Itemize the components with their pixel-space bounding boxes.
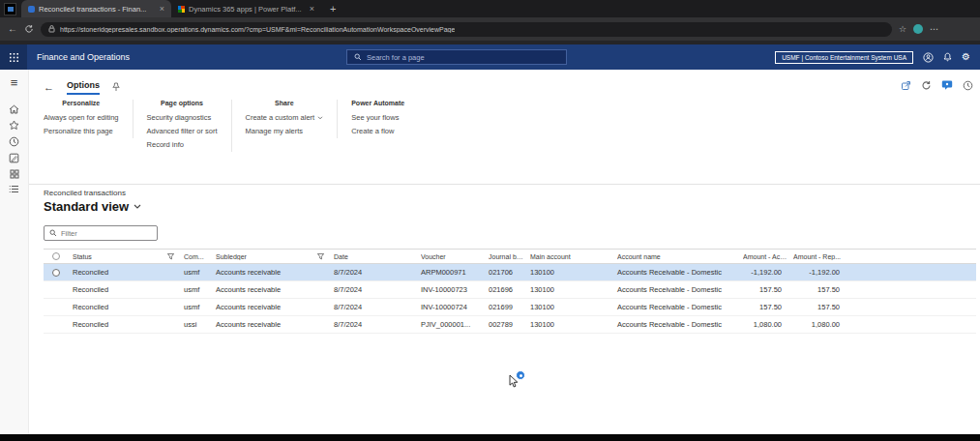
notifications-bell-icon[interactable] [943, 52, 952, 62]
command-record-info[interactable]: Record info [147, 138, 218, 152]
cell-voucher[interactable]: INV-10000723 [416, 285, 484, 294]
cell-status[interactable]: Reconciled [68, 320, 179, 329]
cell-amount-accounting[interactable]: 157.50 [738, 285, 788, 294]
cell-amount-reporting[interactable]: -1,192.00 [788, 268, 846, 277]
cell-journal-batch[interactable]: 002789 [484, 320, 525, 329]
history-clock-icon[interactable] [963, 80, 973, 91]
cell-status[interactable]: Reconciled [68, 303, 179, 311]
table-row[interactable]: Reconciled usmf Accounts receivable 8/7/… [44, 281, 976, 299]
back-icon[interactable]: ← [8, 24, 17, 34]
cell-company[interactable]: ussi [179, 320, 211, 329]
column-header-amount-reporting[interactable]: Amount - Rep... [788, 253, 846, 260]
page-back-icon[interactable]: ← [44, 82, 54, 93]
refresh-icon[interactable] [24, 24, 34, 34]
filter-input[interactable] [61, 229, 155, 238]
cell-amount-accounting[interactable]: 157.50 [738, 303, 788, 311]
cell-voucher[interactable]: PJIV_000001... [416, 320, 484, 329]
edit-workspace-icon[interactable] [9, 153, 19, 163]
search-input[interactable] [367, 53, 559, 62]
command-personalize-this-page[interactable]: Personalize this page [44, 125, 119, 138]
column-header-journal-batch[interactable]: Journal batch ... [484, 253, 525, 260]
filter-funnel-icon[interactable] [167, 253, 174, 260]
copilot-chat-icon[interactable] [941, 79, 953, 91]
cell-company[interactable]: usmf [179, 303, 211, 311]
cell-account-name[interactable]: Accounts Receivable - Domestic [612, 303, 738, 311]
close-tab-icon[interactable]: × [160, 4, 164, 14]
column-header-main-account[interactable]: Main account [525, 253, 612, 260]
column-header-date[interactable]: Date [329, 253, 416, 260]
cell-journal-batch[interactable]: 021696 [484, 285, 525, 294]
cell-company[interactable]: usmf [179, 268, 211, 277]
cell-subledger[interactable]: Accounts receivable [211, 320, 329, 329]
browser-tab-dynamics-apps[interactable]: Dynamics 365 apps | Power Platf... × [171, 0, 321, 17]
command-advanced-filter-or-sort[interactable]: Advanced filter or sort [147, 125, 218, 138]
cell-company[interactable]: usmf [179, 285, 211, 294]
cell-amount-reporting[interactable]: 1,080.00 [788, 320, 846, 329]
workspaces-grid-icon[interactable] [10, 169, 19, 179]
favorites-star-icon[interactable]: ☆ [899, 25, 906, 34]
cell-date[interactable]: 8/7/2024 [329, 320, 416, 329]
cell-date[interactable]: 8/7/2024 [329, 303, 416, 311]
cell-account-name[interactable]: Accounts Receivable - Domestic [612, 268, 738, 277]
browser-tab-reconciled-transactions[interactable]: Reconciled transactions - Finan... × [21, 0, 171, 17]
modules-list-icon[interactable] [9, 185, 19, 193]
column-header-subledger[interactable]: Subledger [211, 253, 329, 260]
row-select-radio[interactable] [44, 269, 68, 277]
cell-main-account[interactable]: 130100 [525, 320, 612, 329]
cell-main-account[interactable]: 130100 [525, 268, 612, 277]
grid-filter-box[interactable] [44, 225, 158, 241]
cell-journal-batch[interactable]: 021706 [484, 268, 525, 277]
cell-date[interactable]: 8/7/2024 [329, 285, 416, 294]
cell-amount-reporting[interactable]: 157.50 [788, 303, 846, 311]
cell-subledger[interactable]: Accounts receivable [211, 268, 329, 277]
favorites-star-icon[interactable] [9, 120, 19, 131]
column-header-status[interactable]: Status [68, 253, 179, 260]
cell-subledger[interactable]: Accounts receivable [211, 285, 329, 294]
page-search-box[interactable] [346, 49, 567, 65]
command-create-a-flow[interactable]: Create a flow [351, 125, 404, 138]
cell-status[interactable]: Reconciled [68, 285, 179, 294]
home-icon[interactable] [9, 104, 19, 114]
command-create-a-custom-alert[interactable]: Create a custom alert [246, 111, 324, 125]
column-header-account-name[interactable]: Account name [612, 253, 738, 260]
profile-avatar[interactable] [913, 24, 923, 34]
command-see-your-flows[interactable]: See your flows [351, 111, 404, 125]
open-in-new-icon[interactable] [901, 80, 911, 91]
table-row[interactable]: Reconciled usmf Accounts receivable 8/7/… [44, 264, 976, 281]
cell-voucher[interactable]: ARPM000971 [416, 268, 484, 277]
column-header-amount-accounting[interactable]: Amount - Acco... [738, 253, 788, 260]
tab-options[interactable]: Options [67, 80, 100, 95]
hamburger-menu-icon[interactable]: ≡ [11, 76, 18, 89]
filter-funnel-icon[interactable] [317, 253, 324, 260]
app-launcher-waffle-icon[interactable] [0, 44, 27, 70]
cell-journal-batch[interactable]: 021699 [484, 303, 525, 311]
url-bar[interactable]: https://stoneridgepresales.sandbox.opera… [41, 22, 892, 37]
column-header-company[interactable]: Com... [179, 253, 211, 260]
select-all-checkbox[interactable] [44, 252, 68, 260]
new-tab-button[interactable]: + [330, 3, 336, 15]
cell-amount-reporting[interactable]: 157.50 [788, 285, 846, 294]
environment-company-button[interactable]: USMF | Contoso Entertainment System USA [775, 51, 913, 64]
refresh-icon[interactable] [921, 80, 932, 91]
cell-voucher[interactable]: INV-10000724 [416, 303, 484, 311]
account-person-icon[interactable] [923, 52, 934, 63]
command-security-diagnostics[interactable]: Security diagnostics [147, 111, 218, 125]
cell-date[interactable]: 8/7/2024 [329, 268, 416, 277]
view-title[interactable]: Standard view [44, 199, 141, 214]
table-row[interactable]: Reconciled usmf Accounts receivable 8/7/… [44, 299, 976, 316]
pin-action-pane-icon[interactable] [112, 82, 120, 92]
cell-status[interactable]: Reconciled [68, 268, 179, 277]
cell-main-account[interactable]: 130100 [525, 303, 612, 311]
table-row[interactable]: Reconciled ussi Accounts receivable 8/7/… [44, 316, 976, 334]
column-header-voucher[interactable]: Voucher [416, 253, 484, 260]
cell-account-name[interactable]: Accounts Receivable - Domestic [612, 285, 738, 294]
settings-gear-icon[interactable]: ⚙ [962, 52, 970, 62]
cell-amount-accounting[interactable]: 1,080.00 [738, 320, 788, 329]
browser-more-options-icon[interactable]: ⋯ [930, 25, 938, 34]
cell-subledger[interactable]: Accounts receivable [211, 303, 329, 311]
command-always-open-for-editing[interactable]: Always open for editing [44, 111, 119, 125]
recent-clock-icon[interactable] [9, 136, 19, 147]
close-tab-icon[interactable]: × [310, 4, 314, 14]
command-manage-my-alerts[interactable]: Manage my alerts [246, 125, 324, 138]
cell-amount-accounting[interactable]: -1,192.00 [738, 268, 788, 277]
